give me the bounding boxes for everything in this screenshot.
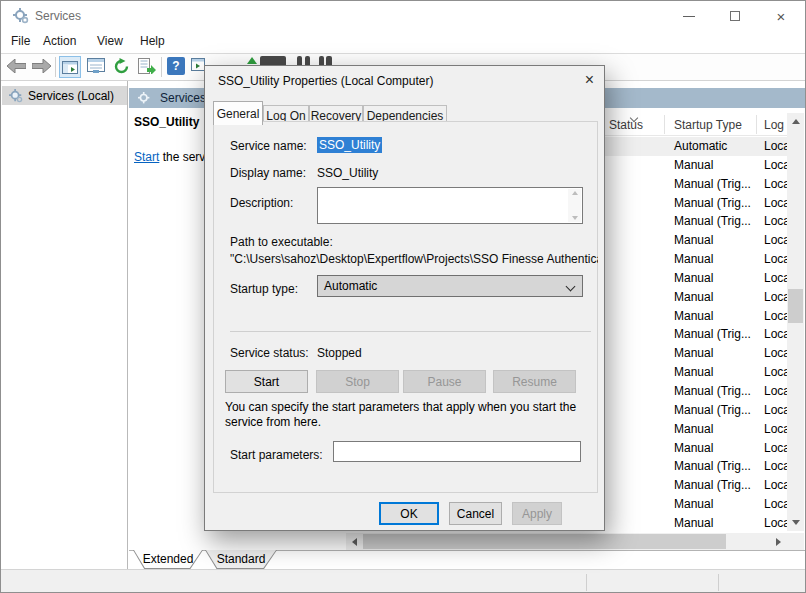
cell-startup-type: Manual (Trig... — [674, 478, 751, 492]
banner-gear-icon — [138, 92, 151, 105]
chevron-down-icon — [572, 216, 578, 220]
tab-extended[interactable]: Extended — [133, 550, 203, 569]
display-name-value: SSO_Utility — [317, 166, 378, 180]
stop-service-icon[interactable] — [260, 56, 286, 65]
column-header-startup-type[interactable]: Startup Type — [674, 118, 742, 132]
cell-startup-type: Manual — [674, 158, 713, 172]
cell-startup-type: Manual (Trig... — [674, 459, 751, 473]
horizontal-scrollbar[interactable] — [346, 533, 787, 550]
maximize-button[interactable] — [712, 1, 758, 31]
minimize-icon — [683, 16, 695, 17]
cell-log-on-as: Loca — [764, 139, 787, 153]
scroll-down-button[interactable] — [787, 514, 804, 531]
vertical-scrollbar[interactable] — [787, 113, 804, 531]
column-separator[interactable] — [664, 115, 665, 134]
stop-button[interactable]: Stop — [316, 370, 399, 393]
cell-log-on-as: Loca — [764, 233, 787, 247]
textarea-scrollbar[interactable] — [568, 189, 581, 222]
cell-log-on-as: Loca — [764, 459, 787, 473]
startup-type-label: Startup type: — [230, 282, 298, 296]
cell-startup-type: Manual — [674, 271, 713, 285]
scroll-left-button[interactable] — [346, 533, 363, 550]
scroll-right-button[interactable] — [770, 533, 787, 550]
cell-startup-type: Manual — [674, 346, 713, 360]
tab-general[interactable]: General — [213, 101, 263, 125]
cell-log-on-as: Loca — [764, 497, 787, 511]
status-bar — [1, 569, 805, 593]
service-status-value: Stopped — [317, 346, 362, 360]
service-status-label: Service status: — [230, 346, 309, 360]
tab-standard[interactable]: Standard — [205, 550, 277, 569]
path-label: Path to executable: — [230, 235, 333, 249]
cell-startup-type: Manual (Trig... — [674, 327, 751, 341]
pause-button[interactable]: Pause — [403, 370, 486, 393]
statusbar-divider — [718, 574, 719, 591]
dialog-close-button[interactable]: × — [585, 71, 594, 89]
pause-service-icon[interactable] — [305, 56, 310, 65]
menu-file[interactable]: File — [11, 34, 30, 48]
export-list-button[interactable] — [138, 58, 156, 74]
cell-startup-type: Manual (Trig... — [674, 196, 751, 210]
cell-startup-type: Manual — [674, 441, 713, 455]
service-name-label: Service name: — [230, 139, 307, 153]
banner-title: Services — [160, 91, 206, 105]
scroll-up-button[interactable] — [787, 113, 804, 130]
column-header-status[interactable]: Status — [609, 118, 643, 132]
menu-help[interactable]: Help — [140, 34, 165, 48]
cell-startup-type: Manual — [674, 422, 713, 436]
vertical-scrollbar-thumb[interactable] — [788, 289, 803, 323]
apply-button[interactable]: Apply — [512, 502, 562, 525]
close-icon: × — [777, 9, 786, 24]
restart-service-icon[interactable] — [326, 56, 332, 65]
startup-type-select[interactable]: Automatic — [317, 275, 583, 297]
toolbar-separator — [55, 57, 56, 77]
properties-button[interactable] — [87, 58, 105, 74]
services-app-icon — [13, 8, 29, 24]
statusbar-divider — [586, 574, 587, 591]
chevron-left-icon — [352, 538, 357, 546]
cell-startup-type: Manual (Trig... — [674, 214, 751, 228]
dialog-title: SSO_Utility Properties (Local Computer) — [218, 74, 433, 88]
back-button[interactable] — [7, 59, 26, 73]
cell-log-on-as: Loca — [764, 290, 787, 304]
resume-button[interactable]: Resume — [493, 370, 576, 393]
start-service-link[interactable]: Start — [134, 150, 159, 164]
start-service-icon[interactable] — [247, 57, 257, 64]
forward-button[interactable] — [32, 59, 51, 73]
description-field[interactable] — [317, 187, 583, 224]
cell-log-on-as: Loca — [764, 309, 787, 323]
ok-button[interactable]: OK — [379, 502, 439, 525]
title-bar: Services × — [1, 1, 805, 31]
restart-service-icon[interactable] — [319, 56, 324, 65]
cell-log-on-as: Loca — [764, 403, 787, 417]
show-console-tree-button[interactable] — [59, 56, 81, 78]
column-separator[interactable] — [756, 115, 757, 134]
sidebar-item-services-local[interactable]: Services (Local) — [2, 86, 127, 105]
close-button[interactable]: × — [758, 1, 804, 31]
start-parameters-note: You can specify the start parameters tha… — [225, 400, 597, 430]
menu-action[interactable]: Action — [43, 34, 76, 48]
cell-log-on-as: Loca — [764, 365, 787, 379]
horizontal-scrollbar-thumb[interactable] — [363, 534, 726, 549]
cell-log-on-as: Loca — [764, 346, 787, 360]
cancel-button[interactable]: Cancel — [449, 502, 502, 525]
sidebar-item-label: Services (Local) — [28, 89, 114, 103]
refresh-button[interactable] — [113, 58, 130, 75]
column-header-log-on-as[interactable]: Log — [764, 118, 784, 132]
start-parameters-input[interactable] — [333, 441, 581, 462]
start-button[interactable]: Start — [225, 370, 308, 393]
cell-log-on-as: Loca — [764, 441, 787, 455]
extended-view-button[interactable] — [191, 58, 205, 71]
chevron-up-icon — [792, 119, 800, 124]
window-title: Services — [35, 9, 81, 23]
cell-startup-type: Manual — [674, 290, 713, 304]
minimize-button[interactable] — [666, 1, 712, 31]
menu-view[interactable]: View — [97, 34, 123, 48]
console-tree-panel: Services (Local) — [1, 81, 128, 569]
toolbar-separator — [161, 57, 162, 77]
help-button[interactable]: ? — [167, 57, 185, 75]
chevron-right-icon — [776, 538, 781, 546]
console-tree-icon — [62, 61, 78, 74]
cell-startup-type: Manual — [674, 497, 713, 511]
pause-service-icon[interactable] — [297, 56, 302, 65]
